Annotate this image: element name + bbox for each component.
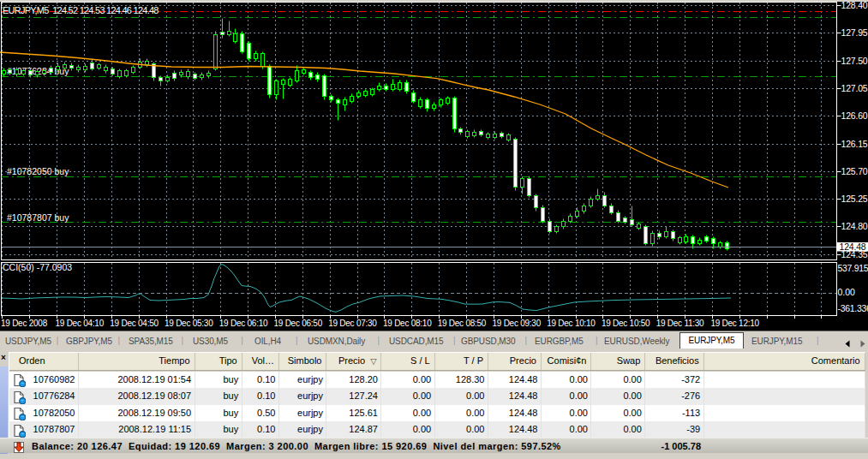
svg-text:19 Dec 06:10: 19 Dec 06:10 <box>219 319 268 328</box>
svg-text:127.05: 127.05 <box>841 83 868 93</box>
svg-text:EURJPY,M5 124.52 124.53 124.4: EURJPY,M5 124.52 124.53 124.46 124.48 <box>3 5 159 15</box>
svg-text:125.25: 125.25 <box>841 194 868 204</box>
svg-text:126.60: 126.60 <box>841 110 868 121</box>
svg-text:19 Dec 10:10: 19 Dec 10:10 <box>547 319 596 328</box>
svg-text:19 Dec 09:30: 19 Dec 09:30 <box>493 319 542 328</box>
svg-text:-361.336: -361.336 <box>838 303 868 313</box>
svg-text:127.95: 127.95 <box>841 27 868 38</box>
svg-text:126.15: 126.15 <box>841 139 868 149</box>
svg-text:537.915: 537.915 <box>838 263 868 273</box>
svg-text:19 Dec 05:30: 19 Dec 05:30 <box>165 319 213 328</box>
svg-text:19 Dec 12:10: 19 Dec 12:10 <box>710 319 759 328</box>
svg-text:19 Dec 11:30: 19 Dec 11:30 <box>656 319 704 328</box>
svg-text:124.48: 124.48 <box>840 241 866 252</box>
svg-text:19 Dec 08:50: 19 Dec 08:50 <box>438 319 487 328</box>
svg-text:19 Dec 04:10: 19 Dec 04:10 <box>56 319 105 328</box>
svg-text:19 Dec 04:50: 19 Dec 04:50 <box>110 319 159 328</box>
svg-text:#10782050 buy: #10782050 buy <box>7 166 69 176</box>
svg-text:19 Dec 06:50: 19 Dec 06:50 <box>274 319 323 328</box>
svg-text:0.00: 0.00 <box>838 287 856 297</box>
svg-text:19 Dec 07:30: 19 Dec 07:30 <box>328 319 377 328</box>
svg-text:19 Dec 08:10: 19 Dec 08:10 <box>383 319 432 328</box>
svg-text:124.80: 124.80 <box>841 221 868 231</box>
svg-text:#10787807 buy: #10787807 buy <box>7 212 69 223</box>
svg-text:125.70: 125.70 <box>841 166 868 176</box>
svg-text:128.40: 128.40 <box>841 0 868 10</box>
svg-text:19 Dec 10:50: 19 Dec 10:50 <box>602 319 650 328</box>
svg-text:CCI(50) -77.0903: CCI(50) -77.0903 <box>3 262 72 272</box>
svg-text:19 Dec 2008: 19 Dec 2008 <box>1 319 48 328</box>
svg-text:127.50: 127.50 <box>841 56 868 66</box>
